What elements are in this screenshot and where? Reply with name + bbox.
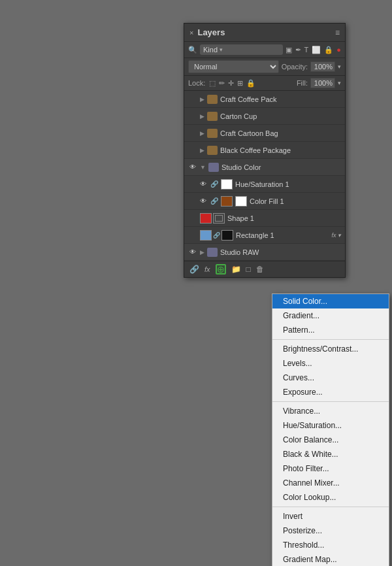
menu-item-black-white[interactable]: Black & White... [272,447,389,461]
opacity-chevron[interactable]: ▾ [338,63,341,70]
layer-item[interactable]: ▶ Craft Coffee Pack [184,91,345,108]
menu-item-solid-color[interactable]: Solid Color... [272,294,389,308]
new-layer-icon[interactable]: □ [246,265,251,274]
panel-header: × Layers ≡ [184,24,345,42]
expand-icon[interactable]: ▶ [200,147,204,154]
layer-name: Studio RAW [220,248,341,256]
visibility-toggle[interactable]: 👁 [188,163,197,172]
menu-item-posterize[interactable]: Posterize... [272,524,389,538]
folder-icon [207,95,218,104]
menu-item-vibrance[interactable]: Vibrance... [272,404,389,418]
menu-item-threshold[interactable]: Threshold... [272,538,389,552]
visibility-toggle[interactable] [188,129,197,138]
layers-list: ▶ Craft Coffee Pack ▶ Carton Cup ▶ Craft… [184,91,345,261]
mask-thumbnail [235,196,247,207]
menu-item-levels[interactable]: Levels... [272,356,389,371]
opacity-control: Opacity: ▾ [282,61,341,72]
layer-item[interactable]: ▶ Black Coffee Package [184,142,345,159]
layer-name: Studio Color [221,163,341,171]
expand-icon[interactable]: ▶ [200,130,204,137]
layer-name: Carton Cup [220,112,341,120]
layer-name: Black Coffee Package [220,146,341,154]
delete-layer-icon[interactable]: 🗑 [256,265,264,274]
lock-label: Lock: [188,79,205,87]
pixel-icon[interactable]: ▣ [286,46,292,54]
new-group-icon[interactable]: 📁 [231,265,241,274]
visibility-toggle[interactable] [188,95,197,104]
filter-dot-icon[interactable]: ● [336,46,341,54]
layer-name: Shape 1 [227,214,341,222]
panel-footer: 🔗 fx ⊕ 📁 □ 🗑 [184,261,345,277]
menu-item-invert[interactable]: Invert [272,509,389,524]
layer-name: Craft Cartoon Bag [220,129,341,137]
menu-item-gradient-map[interactable]: Gradient Map... [272,552,389,566]
fx-button[interactable]: fx [204,265,210,273]
blend-opacity-row: Normal Opacity: ▾ [184,58,345,76]
visibility-toggle[interactable]: 👁 [199,197,208,206]
layer-item[interactable]: ▶ Craft Cartoon Bag [184,125,345,142]
lock-fill-row: Lock: ⬚ ✏ ✛ ⊞ 🔒 Fill: ▾ [184,76,345,91]
search-icon: 🔍 [188,46,197,54]
visibility-toggle[interactable]: 👁 [188,248,197,257]
expand-icon[interactable]: ▼ [200,164,206,171]
lock-transparent-icon[interactable]: ⬚ [209,79,216,88]
lock-all-icon[interactable]: 🔒 [246,79,255,88]
lock-position-icon[interactable]: ✛ [228,79,234,88]
fill-control: Fill: ▾ [297,78,341,88]
link-icon[interactable]: 🔗 [189,265,199,274]
layers-panel: × Layers ≡ 🔍 Kind ▾ ▣ ✒ T ⬜ 🔒 ● Normal O… [184,23,346,278]
expand-icon[interactable]: ▶ [200,249,204,256]
folder-icon [207,112,218,121]
folder-icon [207,248,218,257]
menu-item-brightness-contrast[interactable]: Brightness/Contrast... [272,342,389,356]
menu-item-color-lookup[interactable]: Color Lookup... [272,490,389,505]
layer-thumbnail [200,213,212,224]
close-button[interactable]: × [189,29,193,37]
mask-thumbnail [221,230,233,241]
layer-item[interactable]: 👁 🔗 Hue/Saturation 1 [184,176,345,193]
kind-dropdown[interactable]: Kind ▾ [200,44,283,55]
lock-image-icon[interactable]: ✏ [219,79,225,88]
expand-icon[interactable]: ▶ [200,96,204,103]
chain-icon: 🔗 [210,197,218,205]
layer-item[interactable]: Shape 1 [184,210,345,227]
fill-chevron[interactable]: ▾ [338,80,341,86]
menu-item-pattern[interactable]: Pattern... [272,323,389,337]
lock-artboard-icon[interactable]: ⊞ [237,79,243,88]
visibility-toggle[interactable] [188,112,197,121]
layer-item[interactable]: 🔗 Rectangle 1 fx ▾ [184,227,345,244]
panel-menu-icon[interactable]: ≡ [335,28,340,37]
filter-icons: ▣ ✒ T ⬜ 🔒 ● [286,46,341,54]
visibility-toggle[interactable] [188,231,197,240]
chain-icon: 🔗 [213,232,220,239]
expand-icon[interactable]: ▶ [200,113,204,120]
menu-item-curves[interactable]: Curves... [272,371,389,385]
menu-separator [272,507,389,507]
layer-thumbnail [221,179,233,190]
fill-input[interactable] [310,78,335,88]
visibility-toggle[interactable] [188,146,197,155]
shape-icon[interactable]: ⬜ [312,46,321,54]
blend-mode-select[interactable]: Normal [188,60,279,73]
layer-item[interactable]: ▶ Carton Cup [184,108,345,125]
menu-item-channel-mixer[interactable]: Channel Mixer... [272,476,389,490]
layer-group-item[interactable]: 👁 ▶ Studio RAW [184,244,345,261]
menu-item-exposure[interactable]: Exposure... [272,385,389,399]
fill-label: Fill: [297,79,308,87]
new-fill-adjustment-button[interactable]: ⊕ [216,264,226,275]
visibility-toggle[interactable]: 👁 [199,180,208,189]
lock-icons: ⬚ ✏ ✛ ⊞ 🔒 [209,79,255,88]
visibility-toggle[interactable] [188,214,197,223]
text-icon[interactable]: T [304,46,309,54]
adjustment-dropdown-menu: Solid Color... Gradient... Pattern... Br… [272,293,389,566]
folder-icon [208,163,219,172]
menu-item-photo-filter[interactable]: Photo Filter... [272,461,389,476]
pen-icon[interactable]: ✒ [295,46,301,54]
menu-item-color-balance[interactable]: Color Balance... [272,433,389,447]
layer-item[interactable]: 👁 🔗 Color Fill 1 [184,193,345,210]
menu-item-gradient[interactable]: Gradient... [272,308,389,323]
smart-icon[interactable]: 🔒 [324,46,333,54]
menu-item-hue-saturation[interactable]: Hue/Saturation... [272,418,389,433]
opacity-input[interactable] [310,61,335,72]
layer-group-item[interactable]: 👁 ▼ Studio Color [184,159,345,176]
